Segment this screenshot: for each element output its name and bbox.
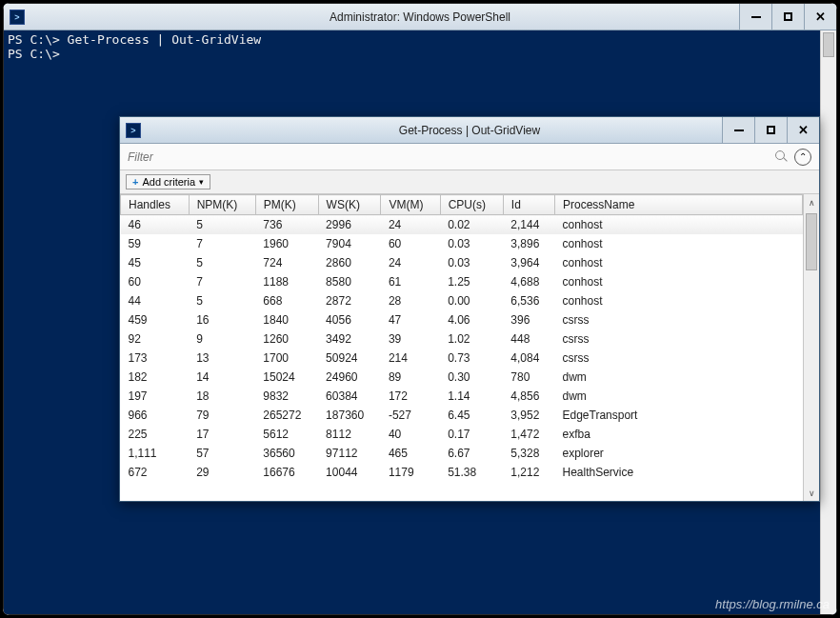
col-pm[interactable]: PM(K): [255, 195, 318, 215]
table-header-row: Handles NPM(K) PM(K) WS(K) VM(M) CPU(s) …: [121, 195, 803, 215]
cell-cpu: 51.38: [440, 463, 503, 482]
grid-body: Handles NPM(K) PM(K) WS(K) VM(M) CPU(s) …: [120, 194, 819, 501]
col-ws[interactable]: WS(K): [318, 195, 381, 215]
cell-cpu: 4.06: [440, 310, 503, 329]
cell-ws: 2860: [318, 253, 381, 272]
cell-name: conhost: [555, 253, 803, 272]
collapse-toggle-icon[interactable]: ⌃: [794, 149, 811, 166]
cell-id: 3,964: [503, 253, 554, 272]
cell-name: conhost: [555, 215, 803, 234]
cell-cpu: 0.02: [440, 215, 503, 234]
cell-npm: 18: [189, 387, 255, 406]
cell-ws: 187360: [318, 406, 381, 425]
powershell-icon: >: [10, 10, 25, 25]
cell-pm: 1700: [255, 349, 318, 368]
grid-scrollbar[interactable]: ∧ ∨: [803, 194, 819, 501]
scroll-up-icon[interactable]: ∧: [804, 194, 819, 210]
cell-cpu: 0.73: [440, 349, 503, 368]
col-id[interactable]: Id: [503, 195, 554, 215]
table-row[interactable]: 4591618404056474.06396csrss: [121, 310, 803, 329]
table-row[interactable]: 96679265272187360-5276.453,952EdgeTransp…: [121, 406, 803, 425]
cell-npm: 14: [189, 368, 255, 387]
cell-ws: 60384: [318, 387, 381, 406]
table-row[interactable]: 59719607904600.033,896conhost: [121, 234, 803, 253]
table-row[interactable]: 182141502424960890.30780dwm: [121, 368, 803, 387]
scroll-down-icon[interactable]: ∨: [804, 485, 819, 501]
cell-id: 3,952: [503, 406, 554, 425]
cell-name: conhost: [555, 291, 803, 310]
col-npm[interactable]: NPM(K): [189, 195, 255, 215]
cell-name: dwm: [555, 368, 803, 387]
ps-titlebar[interactable]: > Administrator: Windows PowerShell ✕: [4, 4, 836, 30]
cell-npm: 29: [189, 463, 255, 482]
cell-ws: 24960: [318, 368, 381, 387]
ps-minimize-button[interactable]: [739, 4, 771, 30]
cell-npm: 16: [189, 310, 255, 329]
ps-close-button[interactable]: ✕: [804, 4, 836, 30]
cell-npm: 5: [189, 291, 255, 310]
table-row[interactable]: 173131700509242140.734,084csrss: [121, 349, 803, 368]
table-row[interactable]: 197189832603841721.144,856dwm: [121, 387, 803, 406]
cell-cpu: 0.03: [440, 253, 503, 272]
cell-handles: 182: [121, 368, 190, 387]
cell-id: 5,328: [503, 444, 554, 463]
cell-vm: 60: [381, 234, 440, 253]
add-criteria-button[interactable]: + Add criteria ▾: [126, 174, 210, 189]
cell-ws: 50924: [318, 349, 381, 368]
cell-handles: 1,111: [121, 444, 190, 463]
grid-titlebar[interactable]: > Get-Process | Out-GridView ✕: [120, 117, 819, 144]
cell-id: 780: [503, 368, 554, 387]
search-icon[interactable]: [775, 150, 789, 164]
cell-name: dwm: [555, 387, 803, 406]
scrollbar-thumb[interactable]: [806, 213, 817, 270]
table-row[interactable]: 60711888580611.254,688conhost: [121, 272, 803, 291]
cell-pm: 265272: [255, 406, 318, 425]
col-processname[interactable]: ProcessName: [555, 195, 803, 215]
cell-ws: 8112: [318, 425, 381, 444]
cell-pm: 1840: [255, 310, 318, 329]
table-row[interactable]: 672291667610044117951.381,212HealthServi…: [121, 463, 803, 482]
cell-name: conhost: [555, 272, 803, 291]
cell-pm: 15024: [255, 368, 318, 387]
grid-close-button[interactable]: ✕: [787, 117, 819, 143]
cell-id: 3,896: [503, 234, 554, 253]
cell-npm: 57: [189, 444, 255, 463]
cell-cpu: 0.30: [440, 368, 503, 387]
filter-input[interactable]: [128, 150, 775, 164]
col-handles[interactable]: Handles: [121, 195, 190, 215]
grid-minimize-button[interactable]: [722, 117, 754, 143]
grid-maximize-button[interactable]: [754, 117, 787, 143]
ps-title: Administrator: Windows PowerShell: [4, 10, 836, 24]
table-row[interactable]: 92912603492391.02448csrss: [121, 329, 803, 349]
col-cpu[interactable]: CPU(s): [440, 195, 503, 215]
cell-name: HealthService: [555, 463, 803, 482]
cell-id: 1,212: [503, 463, 554, 482]
scrollbar-thumb[interactable]: [823, 32, 834, 57]
cell-pm: 1260: [255, 329, 318, 349]
cell-handles: 672: [121, 463, 190, 482]
table-row[interactable]: 4456682872280.006,536conhost: [121, 291, 803, 310]
cell-vm: 28: [381, 291, 440, 310]
cell-vm: 61: [381, 272, 440, 291]
grid-table-wrap: Handles NPM(K) PM(K) WS(K) VM(M) CPU(s) …: [120, 194, 803, 501]
cell-ws: 97112: [318, 444, 381, 463]
col-vm[interactable]: VM(M): [381, 195, 440, 215]
criteria-row: + Add criteria ▾: [120, 170, 819, 194]
cell-pm: 1960: [255, 234, 318, 253]
cell-vm: 40: [381, 425, 440, 444]
console-scrollbar[interactable]: [820, 30, 836, 614]
table-row[interactable]: 4657362996240.022,144conhost: [121, 215, 803, 234]
cell-id: 396: [503, 310, 554, 329]
table-row[interactable]: 4557242860240.033,964conhost: [121, 253, 803, 272]
cell-ws: 3492: [318, 329, 381, 349]
cell-pm: 724: [255, 253, 318, 272]
cell-name: explorer: [555, 444, 803, 463]
cell-handles: 966: [121, 406, 190, 425]
table-row[interactable]: 1,1115736560971124656.675,328explorer: [121, 444, 803, 463]
cell-ws: 8580: [318, 272, 381, 291]
cell-ws: 2996: [318, 215, 381, 234]
ps-maximize-button[interactable]: [771, 4, 804, 30]
cell-id: 6,536: [503, 291, 554, 310]
cell-id: 1,472: [503, 425, 554, 444]
table-row[interactable]: 2251756128112400.171,472exfba: [121, 425, 803, 444]
